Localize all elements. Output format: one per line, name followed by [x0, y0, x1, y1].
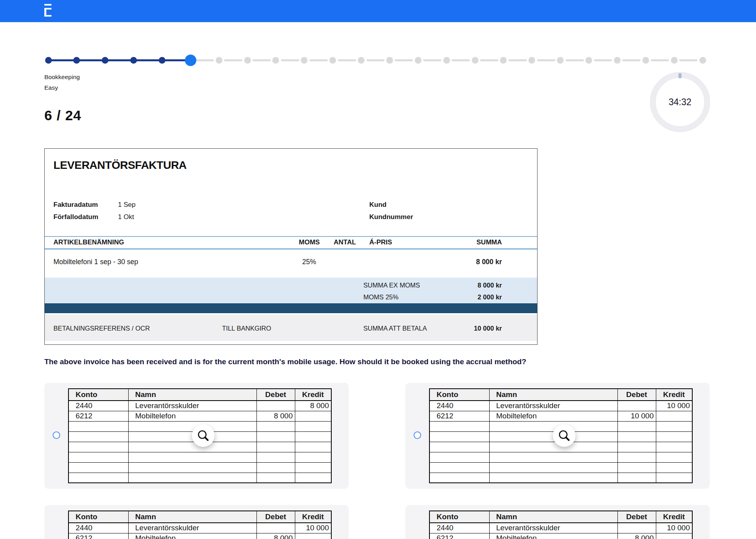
column-header-kredit: Kredit: [656, 389, 692, 401]
magnifier-icon[interactable]: [192, 424, 215, 447]
cell-namn: [128, 421, 256, 431]
column-header-namn: Namn: [128, 511, 256, 523]
cell-debet: [617, 442, 656, 452]
cell-debet: [617, 431, 656, 442]
invoice-title: LEVERANTÖRSFAKTURA: [53, 159, 186, 172]
step-segment: [622, 59, 640, 61]
amount-due-label: SUMMA ATT BETALA: [363, 325, 427, 332]
col-total-header: SUMMA: [477, 238, 502, 246]
answer-option-3-table: KontoNamnDebetKredit2440Leverantörsskuld…: [68, 511, 332, 539]
step-dot-17: [500, 57, 507, 64]
step-segment: [196, 59, 214, 61]
column-header-debet: Debet: [617, 389, 656, 401]
cell-debet: [256, 401, 295, 411]
step-segment: [452, 59, 470, 61]
empty-row: [429, 452, 692, 462]
cell-konto: [429, 421, 489, 431]
cell-namn: [128, 442, 256, 452]
cell-debet: [617, 401, 656, 411]
payment-ref-label: BETALNINGSREFERENS / OCR: [53, 325, 150, 332]
cell-konto: [68, 421, 128, 431]
totals-band: [45, 278, 537, 303]
answer-option-3-card[interactable]: KontoNamnDebetKredit2440Leverantörsskuld…: [44, 505, 349, 539]
table-rule-bottom: [45, 248, 537, 250]
step-segment: [105, 59, 134, 61]
subtotal-value: 8 000 kr: [478, 282, 502, 289]
cell-kredit: [295, 411, 331, 421]
bankgiro-label: TILL BANKGIRO: [222, 325, 271, 332]
invoice-date-value: 1 Sep: [118, 201, 135, 209]
cell-kredit: [295, 462, 331, 473]
answer-option-1-card[interactable]: KontoNamnDebetKredit2440Leverantörsskuld…: [44, 383, 349, 489]
step-dot-7: [216, 57, 222, 64]
cell-namn: [489, 421, 617, 431]
column-header-debet: Debet: [256, 511, 295, 523]
cell-namn: Leverantörsskulder: [128, 401, 256, 411]
cell-kredit: [295, 473, 331, 483]
step-segment: [338, 59, 356, 61]
step-dot-18: [528, 57, 535, 64]
answer-option-4-card[interactable]: KontoNamnDebetKredit2440Leverantörsskuld…: [405, 505, 710, 539]
step-dot-24: [699, 57, 706, 64]
cell-kredit: [656, 431, 692, 442]
cell-debet: [617, 421, 656, 431]
cell-konto: 6212: [429, 533, 489, 539]
cell-konto: 6212: [68, 533, 128, 539]
cell-konto: [68, 473, 128, 483]
step-segment: [679, 59, 697, 61]
cell-konto: [429, 462, 489, 473]
quiz-category-label: Bookkeeping: [44, 74, 80, 81]
cell-konto: [429, 452, 489, 462]
journal-entry-row: 2440Leverantörsskulder10 000: [429, 401, 692, 411]
cell-konto: 2440: [68, 401, 128, 411]
app-logo-icon[interactable]: [44, 4, 52, 17]
step-dot-9: [272, 57, 279, 64]
step-dot-6: [185, 55, 196, 66]
logo-dash: [44, 4, 51, 6]
col-qty-header: ANTAL: [334, 238, 356, 246]
cell-kredit: [295, 533, 331, 539]
step-dot-15: [443, 57, 450, 64]
timer-progress-tick: [678, 73, 682, 78]
cell-debet: [617, 462, 656, 473]
cell-konto: [429, 473, 489, 483]
cell-konto: 2440: [68, 523, 128, 533]
cell-kredit: [656, 533, 692, 539]
divider-band: [45, 303, 537, 313]
cell-konto: 2440: [429, 401, 489, 411]
cell-debet: [256, 421, 295, 431]
step-dot-2: [73, 57, 80, 64]
vat-label: MOMS 25%: [363, 293, 399, 301]
countdown-timer: 34:32: [650, 72, 710, 132]
journal-entry-row: 2440Leverantörsskulder8 000: [68, 401, 331, 411]
step-segment: [134, 59, 162, 61]
cell-konto: [68, 452, 128, 462]
step-segment: [253, 59, 271, 61]
due-date-label: Förfallodatum: [53, 213, 98, 221]
cell-konto: 6212: [429, 411, 489, 421]
cell-debet: [256, 442, 295, 452]
journal-entry-row: 6212Mobiltelefon8 000: [68, 533, 331, 539]
cell-namn: Mobiltelefon: [489, 411, 617, 421]
question-counter: 6 / 24: [44, 108, 82, 123]
cell-namn: Leverantörsskulder: [489, 401, 617, 411]
cell-debet: [256, 431, 295, 442]
empty-row: [68, 462, 331, 473]
cell-debet: 8 000: [256, 411, 295, 421]
cell-debet: [256, 473, 295, 483]
magnifier-icon[interactable]: [553, 424, 576, 447]
due-date-value: 1 Okt: [118, 213, 134, 221]
cell-konto: [429, 442, 489, 452]
answer-option-2-card[interactable]: KontoNamnDebetKredit2440Leverantörsskuld…: [405, 383, 710, 489]
step-dot-10: [301, 57, 308, 64]
step-segment: [537, 59, 555, 61]
cell-konto: [68, 431, 128, 442]
cell-namn: Leverantörsskulder: [128, 523, 256, 533]
cell-konto: 6212: [68, 411, 128, 421]
step-segment: [566, 59, 584, 61]
cell-debet: [617, 473, 656, 483]
answer-option-2-radio[interactable]: [414, 431, 421, 439]
cell-konto: [429, 431, 489, 442]
answer-option-1-radio[interactable]: [53, 431, 60, 439]
cell-namn: [489, 462, 617, 473]
